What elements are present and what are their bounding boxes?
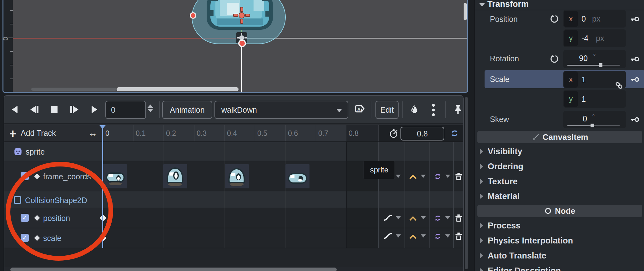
pin-animation-icon[interactable] bbox=[452, 104, 464, 115]
delete-track-icon[interactable] bbox=[454, 231, 463, 241]
section-physics-interpolation[interactable]: Physics Interpolation bbox=[475, 233, 644, 248]
timeline-hscroll-grabber[interactable] bbox=[10, 268, 337, 271]
interpolation-mode-icon[interactable] bbox=[409, 214, 417, 221]
revert-icon[interactable] bbox=[549, 14, 559, 24]
scale-y-field[interactable]: y 1 bbox=[563, 90, 626, 108]
canvasitem-category-bar[interactable]: CanvasItem bbox=[477, 131, 642, 143]
pan-timeline-icon[interactable]: ↔ bbox=[88, 128, 98, 138]
track-enabled-checkbox[interactable]: ✓ bbox=[21, 234, 29, 242]
update-mode-dropdown[interactable] bbox=[396, 234, 401, 238]
axis-x-badge: x bbox=[564, 11, 578, 27]
keyframe-thumbnail-1[interactable] bbox=[103, 164, 127, 188]
track-enabled-checkbox[interactable]: ✓ bbox=[21, 172, 29, 180]
viewport-vertical-ruler bbox=[3, 0, 13, 92]
key-icon[interactable] bbox=[630, 54, 640, 64]
position-y-value: -4 bbox=[581, 34, 588, 43]
interpolation-mode-icon[interactable] bbox=[409, 233, 417, 239]
scale-y-value: 1 bbox=[581, 95, 586, 104]
update-mode-dropdown[interactable] bbox=[396, 175, 401, 178]
play-backwards-button[interactable] bbox=[29, 104, 40, 115]
rotation-slider-thumb[interactable] bbox=[599, 63, 602, 67]
interpolation-dropdown[interactable] bbox=[421, 216, 426, 219]
position-x-field[interactable]: x 0 px bbox=[563, 10, 626, 28]
position-y-field[interactable]: y -4 px bbox=[563, 29, 626, 47]
keyframe-thumbnail-2[interactable] bbox=[163, 164, 187, 188]
keyframe-thumbnail-3[interactable] bbox=[225, 164, 249, 188]
link-scale-icon[interactable] bbox=[614, 81, 624, 90]
skew-slider[interactable] bbox=[567, 125, 592, 126]
loop-wrap-icon[interactable] bbox=[433, 172, 442, 181]
rotation-slider[interactable] bbox=[567, 65, 600, 66]
onion-skinning-icon[interactable] bbox=[409, 104, 420, 115]
loop-wrap-icon[interactable] bbox=[433, 214, 442, 222]
skew-slider-thumb[interactable] bbox=[591, 124, 594, 127]
skew-field[interactable]: 0 ° bbox=[563, 111, 626, 128]
node-category-bar[interactable]: Node bbox=[477, 205, 642, 217]
section-ordering[interactable]: Ordering bbox=[475, 159, 644, 174]
animation-toolbar: 0 Animation walkDown A Edit bbox=[4, 96, 463, 124]
update-mode-dropdown[interactable] bbox=[396, 216, 401, 219]
loop-wrap-dropdown[interactable] bbox=[445, 175, 450, 178]
section-visibility[interactable]: Visibility bbox=[475, 144, 644, 159]
ruler-tick: 0.2 bbox=[166, 129, 176, 138]
viewport-vscroll-grabber[interactable] bbox=[464, 3, 467, 20]
keyframe-thumbnail-4[interactable] bbox=[285, 164, 309, 188]
time-spinner-arrows[interactable] bbox=[148, 105, 153, 112]
track-group-label: sprite bbox=[26, 147, 45, 156]
update-mode-icon[interactable] bbox=[383, 233, 393, 239]
play-button[interactable] bbox=[89, 104, 100, 115]
chevron-right-icon bbox=[480, 223, 483, 228]
interpolation-dropdown[interactable] bbox=[421, 175, 426, 178]
timeline-vscroll-grabber[interactable] bbox=[465, 97, 468, 269]
play-backwards-from-end-button[interactable] bbox=[9, 104, 20, 115]
plus-icon: + bbox=[9, 127, 16, 141]
section-material[interactable]: Material bbox=[475, 189, 644, 204]
handle-dot-left[interactable] bbox=[190, 12, 196, 19]
delete-track-icon[interactable] bbox=[454, 213, 463, 222]
animation-menu-button[interactable]: Animation bbox=[162, 101, 212, 119]
track-group-sprite[interactable] bbox=[4, 142, 464, 161]
section-auto-translate[interactable]: Auto Translate bbox=[475, 248, 644, 263]
update-mode-icon[interactable] bbox=[383, 214, 393, 221]
track-enabled-checkbox[interactable]: ✓ bbox=[21, 214, 29, 222]
section-process[interactable]: Process bbox=[475, 218, 644, 233]
add-track-button[interactable]: Add Track bbox=[21, 129, 56, 138]
ruler-tick: 0.1 bbox=[136, 129, 146, 138]
stop-button[interactable] bbox=[48, 104, 60, 115]
loop-animation-icon[interactable] bbox=[450, 128, 460, 138]
viewport-hscroll-track[interactable] bbox=[31, 88, 117, 91]
delete-track-icon[interactable] bbox=[454, 171, 463, 181]
ruler-tick: 0.6 bbox=[288, 129, 298, 138]
transform-section-header[interactable]: Transform bbox=[487, 0, 529, 9]
playhead-handle[interactable] bbox=[99, 125, 106, 129]
revert-icon[interactable] bbox=[549, 54, 559, 64]
rotation-field[interactable]: 90 ° bbox=[563, 50, 626, 68]
edit-button[interactable]: Edit bbox=[375, 101, 399, 119]
section-texture[interactable]: Texture bbox=[475, 174, 644, 189]
axis-x-badge: x bbox=[564, 71, 578, 88]
key-icon[interactable] bbox=[630, 74, 640, 84]
chevron-down-icon[interactable] bbox=[479, 3, 485, 7]
loop-wrap-dropdown[interactable] bbox=[445, 216, 450, 219]
handle-dot-bottom[interactable] bbox=[238, 39, 246, 47]
chevron-right-icon bbox=[480, 164, 483, 169]
loop-wrap-dropdown[interactable] bbox=[445, 234, 450, 238]
loop-wrap-icon[interactable] bbox=[433, 232, 442, 241]
key-icon[interactable] bbox=[630, 115, 640, 125]
viewport-hscroll-grabber[interactable] bbox=[117, 87, 239, 91]
interpolation-mode-icon[interactable] bbox=[409, 173, 417, 180]
more-options-icon[interactable] bbox=[432, 104, 436, 115]
animation-length-field[interactable]: 0.8 bbox=[400, 127, 444, 141]
chevron-down-icon bbox=[336, 109, 342, 112]
section-editor-description[interactable]: Editor Description bbox=[475, 263, 644, 271]
animation-select-dropdown[interactable]: walkDown bbox=[214, 101, 348, 119]
2d-viewport[interactable]: 0 bbox=[3, 0, 468, 93]
key-icon[interactable] bbox=[630, 14, 640, 24]
position-crosshair-gizmo[interactable] bbox=[232, 6, 251, 25]
autoplay-on-load-icon[interactable]: A bbox=[354, 104, 366, 116]
current-time-spinbox[interactable]: 0 bbox=[105, 101, 146, 119]
scale-label[interactable]: Scale bbox=[490, 75, 510, 84]
interpolation-dropdown[interactable] bbox=[421, 234, 426, 238]
playhead[interactable] bbox=[102, 125, 103, 248]
play-from-current-button[interactable] bbox=[69, 104, 80, 115]
